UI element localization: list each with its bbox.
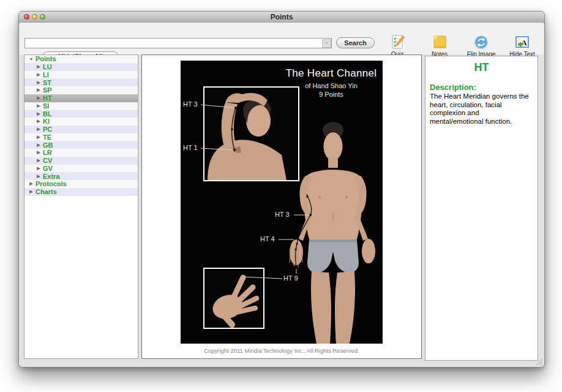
sidebar-item-st[interactable]: ▶ ST xyxy=(24,78,138,86)
label-main-ht4: HT 4 xyxy=(260,236,275,243)
sidebar-item-label: Charts xyxy=(36,188,57,195)
sidebar-item-label: BL xyxy=(43,110,52,118)
disclosure-triangle-icon[interactable]: ▶ xyxy=(36,80,42,85)
hide-text-button[interactable]: A Hide Text xyxy=(503,34,542,58)
disclosure-triangle-icon[interactable]: ▶ xyxy=(36,104,42,108)
disclosure-triangle-icon[interactable]: ▼ xyxy=(28,57,34,61)
sidebar-item-label: TE xyxy=(43,134,51,141)
disclosure-triangle-icon[interactable]: ▶ xyxy=(28,189,34,194)
sidebar-item-label: KI xyxy=(43,118,50,125)
sidebar-item-label: Points xyxy=(36,55,56,62)
window-title: Points xyxy=(19,13,544,21)
disclosure-triangle-icon[interactable]: ▶ xyxy=(36,166,42,171)
notes-button[interactable]: Notes xyxy=(422,34,457,58)
sidebar-item-te[interactable]: ▶ TE xyxy=(24,134,138,141)
sidebar-item-label: SP xyxy=(43,86,52,94)
disclosure-triangle-icon[interactable]: ▶ xyxy=(28,181,34,186)
sidebar-item-bl[interactable]: ▶ BL xyxy=(24,110,138,118)
clear-search-icon[interactable]: ✕ xyxy=(322,39,331,48)
points-tree: ▼ Points ▶ LU ▶ LI ▶ ST ▶ SP ▶ HT ▶ SI ▶… xyxy=(24,55,138,359)
sidebar-item-label: LU xyxy=(43,63,52,70)
sidebar-item-ki[interactable]: ▶ KI xyxy=(24,118,138,126)
disclosure-triangle-icon[interactable]: ▶ xyxy=(36,150,42,155)
description-heading: Description: xyxy=(430,83,538,92)
sidebar-item-label: GV xyxy=(43,165,53,172)
sticky-note-icon xyxy=(432,34,448,50)
channel-image[interactable]: The Heart Channel of Hand Shao Yin 9 Poi… xyxy=(181,61,383,344)
image-panel: The Heart Channel of Hand Shao Yin 9 Poi… xyxy=(141,55,422,359)
detail-panel: HT Description: The Heart Meridian gover… xyxy=(425,56,538,361)
disclosure-triangle-icon[interactable]: ▶ xyxy=(36,135,42,140)
disclosure-triangle-icon[interactable]: ▶ xyxy=(36,158,42,163)
description-text: The Heart Meridian governs the heart, ci… xyxy=(430,92,533,126)
resize-grip[interactable] xyxy=(534,357,543,366)
sidebar-item-ht[interactable]: ▶ HT xyxy=(24,94,138,102)
copyright-text: Copyright 2011 Miridia Technology Inc., … xyxy=(142,347,421,354)
label-inset-ht3: HT 3 xyxy=(183,101,198,108)
sidebar-item-charts[interactable]: ▶ Charts xyxy=(24,188,138,196)
app-window: Points ✕ Search Hide/Show All Quiz xyxy=(18,11,545,368)
sidebar-item-gb[interactable]: ▶ GB xyxy=(24,141,138,149)
hide-text-window-icon: A xyxy=(514,34,530,50)
sidebar-item-label: Extra xyxy=(43,173,60,180)
sidebar-item-label: PC xyxy=(43,126,52,133)
svg-text:A: A xyxy=(521,38,527,47)
sidebar-item-gv[interactable]: ▶ GV xyxy=(24,165,138,173)
disclosure-triangle-icon[interactable]: ▶ xyxy=(36,127,42,132)
sidebar-item-points[interactable]: ▼ Points xyxy=(24,55,138,63)
meridian-title: HT xyxy=(425,61,538,74)
toolbar: ✕ Search Hide/Show All Quiz xyxy=(20,23,544,55)
sidebar-item-lr[interactable]: ▶ LR xyxy=(24,149,138,157)
sidebar-item-label: LR xyxy=(43,149,52,156)
sidebar-item-cv[interactable]: ▶ CV xyxy=(24,157,138,165)
sidebar-item-sp[interactable]: ▶ SP xyxy=(24,86,138,94)
disclosure-triangle-icon[interactable]: ▶ xyxy=(36,111,42,116)
sidebar-item-label: HT xyxy=(43,94,52,102)
sidebar-item-label: GB xyxy=(43,141,53,149)
quiz-checklist-pencil-icon xyxy=(389,34,405,50)
sidebar-item-lu[interactable]: ▶ LU xyxy=(24,63,138,71)
sidebar-item-si[interactable]: ▶ SI xyxy=(24,102,138,110)
disclosure-triangle-icon[interactable]: ▶ xyxy=(36,174,42,179)
sidebar-item-label: ST xyxy=(43,79,51,86)
disclosure-triangle-icon[interactable]: ▶ xyxy=(36,88,42,92)
standing-figure xyxy=(181,61,383,344)
sidebar-item-label: LI xyxy=(43,71,49,78)
titlebar[interactable]: Points xyxy=(19,12,544,23)
sidebar-item-label: Protocols xyxy=(36,180,67,187)
disclosure-triangle-icon[interactable]: ▶ xyxy=(36,64,42,69)
label-main-ht3: HT 3 xyxy=(275,211,290,218)
disclosure-triangle-icon[interactable]: ▶ xyxy=(36,143,42,148)
sidebar-item-extra[interactable]: ▶ Extra xyxy=(24,172,138,180)
search-button[interactable]: Search xyxy=(336,37,375,48)
search-input[interactable] xyxy=(24,38,332,48)
disclosure-triangle-icon[interactable]: ▶ xyxy=(36,119,42,124)
sidebar-item-li[interactable]: ▶ LI xyxy=(24,71,138,79)
sidebar-item-pc[interactable]: ▶ PC xyxy=(24,126,138,134)
flip-arrows-icon xyxy=(473,34,489,50)
sidebar-item-label: SI xyxy=(43,102,49,110)
sidebar-item-protocols[interactable]: ▶ Protocols xyxy=(24,180,138,188)
disclosure-triangle-icon[interactable]: ▶ xyxy=(36,96,42,100)
label-ht9: HT 9 xyxy=(283,275,298,282)
flip-image-button[interactable]: Flip Image xyxy=(460,34,503,58)
label-inset-ht1: HT 1 xyxy=(183,145,198,151)
disclosure-triangle-icon[interactable]: ▶ xyxy=(36,72,42,77)
sidebar-item-label: CV xyxy=(43,157,52,164)
